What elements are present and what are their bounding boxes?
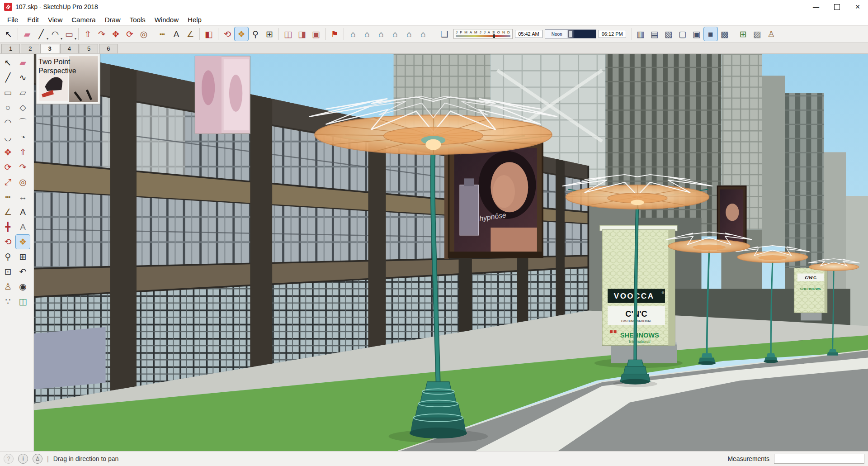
scene-tab-4[interactable]: 4 xyxy=(60,44,79,53)
shadow-time-slider[interactable]: Noon xyxy=(545,29,596,38)
section-plane-tool[interactable]: ◫ xyxy=(281,27,295,41)
menu-help[interactable]: Help xyxy=(183,14,206,25)
line-tool[interactable]: ╱ xyxy=(1,71,15,85)
offset-tool[interactable]: ◎ xyxy=(16,175,30,189)
line-tool[interactable]: ╱▾ xyxy=(34,27,48,41)
look-around-tool[interactable]: ◉ xyxy=(16,280,30,294)
menu-draw[interactable]: Draw xyxy=(100,14,125,25)
rotate-tool[interactable]: ⟳ xyxy=(1,160,15,174)
model-viewport[interactable]: hypnôse xyxy=(34,54,868,451)
rectangle-tool[interactable]: ▭▾ xyxy=(62,27,76,41)
zoom-window-tool[interactable]: ⊞ xyxy=(16,250,30,264)
add-location-pin-tool[interactable]: ⚑ xyxy=(328,27,341,41)
eraser-tool[interactable]: ▰ xyxy=(20,27,34,41)
shadow-date-slider[interactable]: J F M A M J J A S O N D xyxy=(453,29,513,39)
in-model-tool[interactable]: ⊞ xyxy=(736,27,750,41)
orbit-tool[interactable]: ⟲ xyxy=(1,235,15,249)
scene-tab-3[interactable]: 3 xyxy=(40,44,59,53)
scale-tool[interactable]: ⤢ xyxy=(1,175,15,189)
wireframe-style-tool[interactable]: ▧ xyxy=(662,27,675,41)
outliner-person-tool[interactable]: ♙ xyxy=(764,27,778,41)
walk-tool[interactable]: ∵ xyxy=(1,295,15,309)
monochrome-style-tool[interactable]: ▩ xyxy=(718,27,731,41)
rectangle-tool[interactable]: ▭ xyxy=(1,86,15,100)
arc-tool[interactable]: ◠▾ xyxy=(48,27,62,41)
measurements-input[interactable] xyxy=(774,454,864,464)
text-tool[interactable]: A xyxy=(170,27,183,41)
close-button[interactable]: ✕ xyxy=(847,0,868,14)
xray-style-tool[interactable]: ▥ xyxy=(634,27,647,41)
menu-tools[interactable]: Tools xyxy=(125,14,150,25)
dropdown-caret-icon[interactable]: ▾ xyxy=(75,37,76,41)
scene-tab-5[interactable]: 5 xyxy=(80,44,98,53)
move-tool[interactable]: ✥ xyxy=(109,27,123,41)
pan-tool[interactable]: ❖ xyxy=(235,27,248,41)
pie-tool[interactable]: ◔ xyxy=(16,130,30,144)
help-icon[interactable]: ? xyxy=(4,454,14,464)
select-tool[interactable]: ↖ xyxy=(1,56,15,70)
orbit-tool[interactable]: ⟲ xyxy=(221,27,234,41)
previous-view-tool[interactable]: ↶ xyxy=(16,265,30,279)
menu-window[interactable]: Window xyxy=(150,14,183,25)
select-tool[interactable]: ↖ xyxy=(2,27,15,41)
menu-view[interactable]: View xyxy=(43,14,67,25)
section-plane-tool[interactable]: ◫ xyxy=(16,295,30,309)
follow-me-tool[interactable]: ↷ xyxy=(95,27,108,41)
position-camera-tool[interactable]: ♙ xyxy=(1,280,15,294)
dimension-tool[interactable]: ↔ xyxy=(16,190,30,204)
move-tool[interactable]: ✥ xyxy=(1,145,15,159)
top-view-tool[interactable]: ⌂ xyxy=(360,27,374,41)
tape-measure-tool[interactable]: ┅ xyxy=(1,190,15,204)
push-pull-tool[interactable]: ⇧ xyxy=(81,27,94,41)
arc-tool[interactable]: ◠ xyxy=(1,115,15,129)
shaded-textures-style-tool[interactable]: ■ xyxy=(704,27,717,41)
rotate-tool[interactable]: ⟳ xyxy=(123,27,137,41)
three-d-text-tool[interactable]: A xyxy=(16,220,30,234)
minimize-button[interactable]: — xyxy=(806,0,826,14)
materials-tool[interactable]: ▨ xyxy=(750,27,764,41)
shadow-date-thumb[interactable] xyxy=(493,34,495,38)
polygon-tool[interactable]: ◇ xyxy=(16,100,30,114)
offset-tool[interactable]: ◎ xyxy=(137,27,151,41)
text-tool[interactable]: A xyxy=(16,205,30,219)
protractor-tool[interactable]: ∠ xyxy=(1,205,15,219)
hidden-line-style-tool[interactable]: ▢ xyxy=(676,27,689,41)
rotated-rectangle-tool[interactable]: ▱ xyxy=(16,86,30,100)
back-edges-style-tool[interactable]: ▤ xyxy=(648,27,661,41)
shadow-start-time[interactable]: 05:42 AM xyxy=(515,30,542,38)
zoom-tool[interactable]: ⚲ xyxy=(249,27,262,41)
three-point-arc-tool[interactable]: ◡ xyxy=(1,130,15,144)
info-icon[interactable]: i xyxy=(18,454,28,464)
zoom-window-tool[interactable]: ⊞ xyxy=(263,27,276,41)
menu-file[interactable]: File xyxy=(3,14,23,25)
menu-edit[interactable]: Edit xyxy=(23,14,43,25)
shadow-end-time[interactable]: 06:12 PM xyxy=(599,30,626,38)
scene-tab-1[interactable]: 1 xyxy=(1,44,20,53)
tape-measure-tool[interactable]: ┅ xyxy=(156,27,169,41)
shadow-date-track[interactable] xyxy=(456,35,510,37)
pan-tool[interactable]: ❖ xyxy=(16,235,30,249)
push-pull-tool[interactable]: ⇧ xyxy=(16,145,30,159)
scene-tab-6[interactable]: 6 xyxy=(99,44,118,53)
axes-tool[interactable]: ╋ xyxy=(1,220,15,234)
circle-tool[interactable]: ○ xyxy=(1,100,15,114)
freehand-tool[interactable]: ∿ xyxy=(16,71,30,85)
front-view-tool[interactable]: ⌂ xyxy=(374,27,388,41)
geolocation-person-icon[interactable]: ♙ xyxy=(33,454,42,464)
shadow-settings-tool[interactable]: ❏ xyxy=(438,27,451,41)
zoom-extents-tool[interactable]: ⊡ xyxy=(1,265,15,279)
paint-bucket-tool[interactable]: ◧ xyxy=(202,27,216,41)
section-display-tool[interactable]: ▣ xyxy=(309,27,323,41)
follow-me-tool[interactable]: ↷ xyxy=(16,160,30,174)
scene-tab-2[interactable]: 2 xyxy=(21,44,39,53)
zoom-tool[interactable]: ⚲ xyxy=(1,250,15,264)
left-view-tool[interactable]: ⌂ xyxy=(416,27,430,41)
shadow-time-thumb[interactable] xyxy=(568,30,572,38)
protractor-tool[interactable]: ∠ xyxy=(184,27,197,41)
maximize-button[interactable] xyxy=(826,0,847,14)
two-point-arc-tool[interactable]: ⌒ xyxy=(16,115,30,129)
menu-camera[interactable]: Camera xyxy=(67,14,100,25)
right-view-tool[interactable]: ⌂ xyxy=(388,27,402,41)
iso-view-tool[interactable]: ⌂ xyxy=(346,27,360,41)
section-fill-tool[interactable]: ◨ xyxy=(295,27,309,41)
